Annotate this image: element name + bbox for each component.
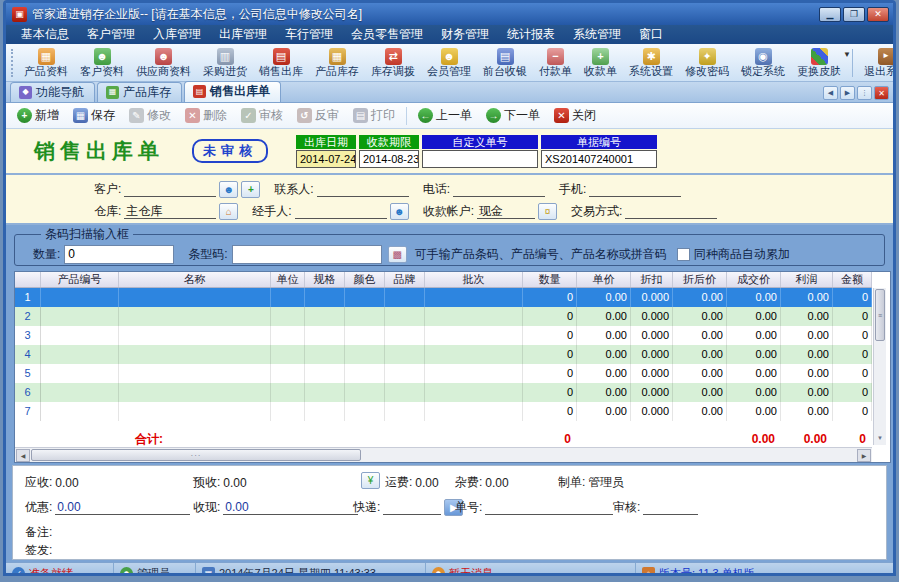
tab-list-button[interactable]: ⋮: [857, 86, 872, 100]
mobile-input[interactable]: [589, 181, 681, 197]
bill-audit-button[interactable]: 审核: [234, 105, 290, 126]
grid-col-header-12[interactable]: 利润: [781, 272, 833, 287]
tab-sales[interactable]: 销售出库单: [184, 81, 281, 102]
barcode-scan-icon[interactable]: ▩: [388, 246, 407, 263]
toolbar-exit-button[interactable]: 退出系统: [858, 46, 896, 80]
bill-delete-button[interactable]: 删除: [178, 105, 234, 126]
grid-col-header-9[interactable]: 折扣: [631, 272, 673, 287]
grid-col-header-13[interactable]: 金额: [833, 272, 872, 287]
outbound-date-value[interactable]: 2014-07-24: [296, 150, 356, 168]
menu-item-3[interactable]: 出库管理: [210, 25, 276, 44]
skin-dropdown-icon[interactable]: ▼: [843, 50, 851, 59]
tab-nav[interactable]: 功能导航: [10, 82, 95, 102]
bill-no-value[interactable]: XS201407240001: [541, 150, 657, 168]
bill-closebill-button[interactable]: 关闭: [547, 105, 603, 126]
pick-warehouse-icon[interactable]: ⌂: [219, 203, 238, 220]
pick-account-icon[interactable]: ¤: [538, 203, 557, 220]
menu-item-5[interactable]: 会员零售管理: [342, 25, 432, 44]
grid-col-header-3[interactable]: 规格: [305, 272, 345, 287]
contact-input[interactable]: [317, 181, 409, 197]
express-value[interactable]: [383, 500, 441, 515]
vscroll-thumb[interactable]: ≡: [875, 289, 885, 341]
tab-stock[interactable]: 产品库存: [97, 82, 182, 102]
toolbar-pos-button[interactable]: 前台收银: [477, 46, 533, 80]
bill-unaudit-button[interactable]: 反审: [290, 105, 346, 126]
auditor-value[interactable]: [643, 500, 698, 515]
hscroll-thumb[interactable]: ···: [31, 449, 361, 461]
bill-print-button[interactable]: 打印: [346, 105, 402, 126]
grid-col-header-4[interactable]: 颜色: [345, 272, 385, 287]
custom-bill-no-value[interactable]: [422, 150, 538, 168]
pick-handler-icon[interactable]: ☻: [390, 203, 409, 220]
hscroll-right-icon[interactable]: ▶: [857, 449, 871, 462]
auto-accumulate-checkbox[interactable]: [677, 248, 690, 261]
maximize-button[interactable]: ❐: [843, 7, 865, 22]
toolbar-password-button[interactable]: 修改密码: [679, 46, 735, 80]
grid-col-header-5[interactable]: 品牌: [385, 272, 425, 287]
toolbar-product-stock-button[interactable]: 产品库存: [309, 46, 365, 80]
qty-input[interactable]: [64, 245, 174, 264]
payment-deadline-value[interactable]: 2014-08-23: [359, 150, 419, 168]
grid-col-header-0[interactable]: 产品编号: [41, 272, 119, 287]
handler-input[interactable]: [295, 203, 387, 219]
grid-col-header-1[interactable]: 名称: [119, 272, 271, 287]
add-customer-icon[interactable]: +: [241, 181, 260, 198]
bill-prev-button[interactable]: 上一单: [411, 105, 479, 126]
toolbar-settings-button[interactable]: 系统设置: [623, 46, 679, 80]
menu-item-4[interactable]: 车行管理: [276, 25, 342, 44]
account-input[interactable]: 现金: [477, 203, 535, 219]
grid-row-2[interactable]: 200.000.0000.000.000.000: [15, 307, 872, 326]
grid-col-header-8[interactable]: 单价: [577, 272, 631, 287]
cash-received-value[interactable]: 0.00: [223, 500, 358, 515]
menu-item-0[interactable]: 基本信息: [12, 25, 78, 44]
tracking-no-value[interactable]: [485, 500, 613, 515]
toolbar-supplier-info-button[interactable]: 供应商资料: [130, 46, 197, 80]
pick-customer-icon[interactable]: ☻: [219, 181, 238, 198]
toolbar-lock-button[interactable]: 锁定系统: [735, 46, 791, 80]
phone-input[interactable]: [453, 181, 545, 197]
toolbar-skin-button[interactable]: 更换皮肤▼: [791, 46, 847, 80]
toolbar-customer-info-button[interactable]: 客户资料: [74, 46, 130, 80]
grid-col-header-2[interactable]: 单位: [271, 272, 305, 287]
grid-col-header-10[interactable]: 折后价: [673, 272, 727, 287]
grid-horizontal-scrollbar[interactable]: ◀ ··· ▶: [15, 447, 872, 462]
grid-row-4[interactable]: 400.000.0000.000.000.000: [15, 345, 872, 364]
barcode-input[interactable]: [232, 245, 382, 264]
bill-next-button[interactable]: 下一单: [479, 105, 547, 126]
warehouse-input[interactable]: 主仓库: [124, 203, 216, 219]
grid-row-1[interactable]: 100.000.0000.000.000.000: [15, 288, 872, 307]
grid-row-3[interactable]: 300.000.0000.000.000.000: [15, 326, 872, 345]
grid-col-header-7[interactable]: 数量: [523, 272, 577, 287]
grid-row-6[interactable]: 600.000.0000.000.000.000: [15, 383, 872, 402]
tab-scroll-left-button[interactable]: ◀: [823, 86, 838, 100]
close-button[interactable]: ✕: [867, 7, 889, 22]
customer-input[interactable]: [124, 181, 216, 197]
grid-vertical-scrollbar[interactable]: ≡ ▼: [873, 288, 886, 445]
bill-save-button[interactable]: 保存: [66, 105, 122, 126]
grid-col-header-6[interactable]: 批次: [425, 272, 523, 287]
discount-value[interactable]: 0.00: [55, 500, 190, 515]
toolbar-sales-out-button[interactable]: 销售出库: [253, 46, 309, 80]
toolbar-product-info-button[interactable]: 产品资料: [18, 46, 74, 80]
refresh-advance-icon[interactable]: ¥: [361, 472, 380, 489]
grid-row-7[interactable]: 700.000.0000.000.000.000: [15, 402, 872, 421]
menu-item-9[interactable]: 窗口: [630, 25, 672, 44]
menu-item-8[interactable]: 系统管理: [564, 25, 630, 44]
toolbar-receipt-button[interactable]: 收款单: [578, 46, 623, 80]
minimize-button[interactable]: ▁: [819, 7, 841, 22]
tab-scroll-right-button[interactable]: ▶: [840, 86, 855, 100]
tab-close-button[interactable]: ✕: [874, 86, 889, 100]
toolbar-purchase-in-button[interactable]: 采购进货: [197, 46, 253, 80]
trade-method-input[interactable]: [625, 203, 717, 219]
bill-new-button[interactable]: 新增: [10, 105, 66, 126]
toolbar-member-button[interactable]: 会员管理: [421, 46, 477, 80]
toolbar-stock-transfer-button[interactable]: 库存调拨: [365, 46, 421, 80]
toolbar-payment-button[interactable]: 付款单: [533, 46, 578, 80]
hscroll-left-icon[interactable]: ◀: [16, 449, 30, 462]
menu-item-2[interactable]: 入库管理: [144, 25, 210, 44]
menu-item-7[interactable]: 统计报表: [498, 25, 564, 44]
grid-col-header-11[interactable]: 成交价: [727, 272, 781, 287]
vscroll-down-icon[interactable]: ▼: [875, 433, 885, 444]
menu-item-1[interactable]: 客户管理: [78, 25, 144, 44]
bill-modify-button[interactable]: 修改: [122, 105, 178, 126]
